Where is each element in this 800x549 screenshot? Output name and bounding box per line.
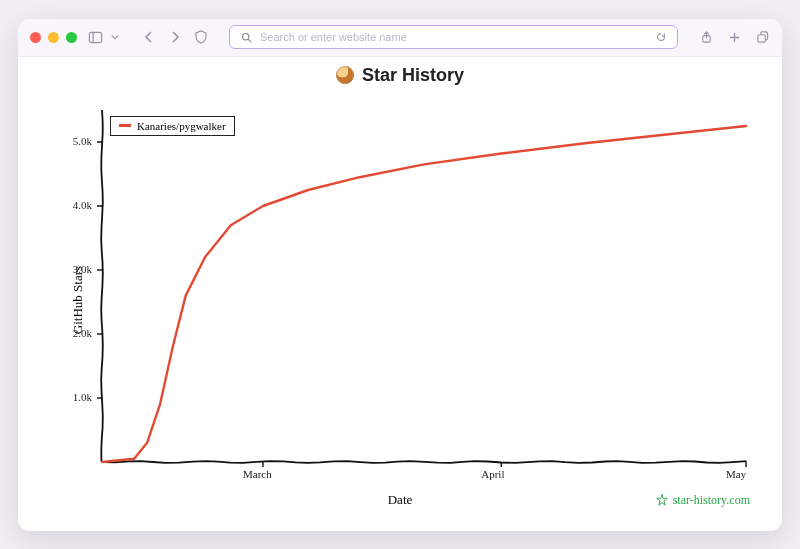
x-tick-label: May bbox=[726, 468, 746, 480]
page-content: Star History Kanaries/pygwalker GitHub S… bbox=[18, 57, 782, 531]
url-bar[interactable] bbox=[229, 25, 678, 49]
chart-title-text: Star History bbox=[362, 65, 464, 86]
svg-rect-0 bbox=[89, 32, 101, 42]
y-tick-label: 5.0k bbox=[38, 135, 92, 147]
legend: Kanaries/pygwalker bbox=[110, 116, 235, 136]
chart: Kanaries/pygwalker GitHub Stars Date 1.0… bbox=[38, 90, 762, 510]
svg-line-3 bbox=[248, 39, 251, 42]
watermark: star-history.com bbox=[655, 493, 750, 508]
y-tick-label: 4.0k bbox=[38, 199, 92, 211]
y-tick-label: 2.0k bbox=[38, 327, 92, 339]
svg-rect-7 bbox=[757, 34, 764, 41]
window-controls bbox=[30, 32, 77, 43]
reload-icon[interactable] bbox=[653, 29, 669, 45]
new-tab-icon[interactable] bbox=[726, 29, 742, 45]
svg-point-2 bbox=[242, 33, 248, 39]
back-icon[interactable] bbox=[141, 29, 157, 45]
chart-svg bbox=[38, 90, 762, 510]
sidebar-icon[interactable] bbox=[87, 29, 103, 45]
chevron-down-icon[interactable] bbox=[107, 29, 123, 45]
url-input[interactable] bbox=[260, 31, 647, 43]
watermark-text: star-history.com bbox=[673, 493, 750, 508]
y-tick-label: 3.0k bbox=[38, 263, 92, 275]
x-tick-label: March bbox=[243, 468, 272, 480]
x-tick-label: April bbox=[481, 468, 504, 480]
close-icon[interactable] bbox=[30, 32, 41, 43]
forward-icon[interactable] bbox=[167, 29, 183, 45]
browser-window: Star History Kanaries/pygwalker GitHub S… bbox=[18, 19, 782, 531]
legend-swatch bbox=[119, 124, 131, 127]
titlebar bbox=[18, 19, 782, 57]
search-icon bbox=[238, 29, 254, 45]
legend-label: Kanaries/pygwalker bbox=[137, 120, 226, 132]
minimize-icon[interactable] bbox=[48, 32, 59, 43]
maximize-icon[interactable] bbox=[66, 32, 77, 43]
shield-icon[interactable] bbox=[193, 29, 209, 45]
chart-title: Star History bbox=[38, 65, 762, 86]
x-axis-label: Date bbox=[388, 492, 413, 508]
y-axis-label: GitHub Stars bbox=[70, 265, 86, 333]
tabs-icon[interactable] bbox=[754, 29, 770, 45]
y-tick-label: 1.0k bbox=[38, 391, 92, 403]
avatar-icon bbox=[336, 66, 354, 84]
star-icon bbox=[655, 493, 669, 507]
share-icon[interactable] bbox=[698, 29, 714, 45]
series-line bbox=[102, 126, 746, 462]
